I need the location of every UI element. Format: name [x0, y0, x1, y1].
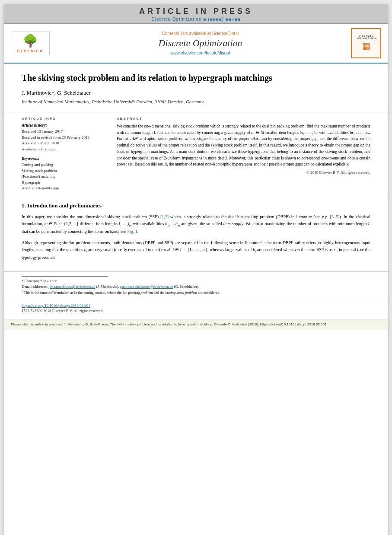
bottom-notice: Please cite this article in press as: J.… [4, 319, 388, 330]
keyword-2: Skiving stock problem [22, 168, 108, 174]
ref-link-1-2[interactable]: [1,2] [160, 214, 169, 219]
journal-logo-title: DISCRETEOPTIMIZATION [356, 35, 377, 40]
footnote-1: 1 This is the same differentiation as in… [22, 290, 370, 296]
article-title-section: The skiving stock problem and its relati… [4, 64, 388, 112]
article-history-label: Article history: [22, 123, 108, 127]
journal-title: Discrete Optimization [50, 38, 351, 49]
email1-name-text: (J. Martinovic), [96, 284, 119, 289]
aip-title: ARTICLE IN PRESS [4, 7, 388, 16]
article-authors: J. Martinovic*, G. Scheithauer [22, 89, 370, 96]
doi-link[interactable]: https://doi.org/10.1016/j.disopt.2018.03… [22, 303, 90, 308]
sciencedirect-link: Contents lists available at ScienceDirec… [50, 31, 351, 36]
copyright-line: © 2018 Elsevier B.V. All rights reserved… [117, 170, 370, 175]
keyword-5: Additive integrality gap [22, 185, 108, 191]
please-cite-text: Please cite this article in press as: J.… [11, 322, 328, 326]
email-prefix-text: E-mail addresses: [22, 284, 48, 289]
available-date: Available online xxxx [22, 146, 108, 153]
doi-rights: 1572-5286/© 2018 Elsevier B.V. All right… [22, 309, 370, 313]
journal-url: www.elsevier.com/locate/disopt [50, 51, 351, 55]
journal-logo-graphic-icon: ▦ [362, 41, 370, 51]
aip-banner: ARTICLE IN PRESS Discrete Optimization ■… [4, 4, 388, 24]
keyword-4: Hypergraph [22, 180, 108, 186]
article-info-label: ARTICLE INFO [22, 117, 108, 121]
journal-center: Contents lists available at ScienceDirec… [50, 31, 351, 55]
email-link-2[interactable]: guntram.scheithauer@tu-dresden.de [120, 284, 173, 289]
body-section: 1. Introduction and preliminaries In thi… [4, 196, 388, 270]
revised-date: Received in revised form 26 February 201… [22, 135, 108, 141]
received-date: Received 13 January 2017 [22, 129, 108, 135]
footnote-divider [22, 276, 108, 277]
contents-available-text: Contents lists available at [162, 31, 211, 36]
keywords-label: Keywords: [22, 156, 108, 161]
sciencedirect-brand: ScienceDirect [212, 31, 239, 36]
bottom-notice-text: Please cite this article in press as: J.… [11, 322, 381, 327]
elsevier-logo-box: 🌳 ELSEVIER [11, 32, 50, 55]
ref-link-3-5[interactable]: [3–5] [330, 214, 340, 219]
journal-logo-box: DISCRETEOPTIMIZATION ▦ [351, 28, 381, 58]
article-main-title: The skiving stock problem and its relati… [22, 72, 370, 83]
corresponding-label: * Corresponding author. [22, 279, 57, 283]
doi-section: https://doi.org/10.1016/j.disopt.2018.03… [4, 298, 388, 315]
two-column-section: ARTICLE INFO Article history: Received 1… [4, 112, 388, 196]
article-affiliation: Institute of Numerical Mathematics, Tech… [22, 99, 370, 104]
email-link-1[interactable]: john.martinovic@tu-dresden.de [48, 284, 95, 289]
abstract-label: ABSTRACT [117, 117, 370, 121]
email-footnote: E-mail addresses: john.martinovic@tu-dre… [22, 284, 370, 290]
body-paragraph-2: Although representing similar problem st… [22, 239, 370, 261]
elsevier-name: ELSEVIER [13, 49, 48, 53]
elsevier-logo: 🌳 ELSEVIER [11, 32, 50, 55]
keyword-3: (Fractional) matching [22, 174, 108, 180]
body-paragraph-1: In this paper, we consider the one-dimen… [22, 213, 370, 235]
abstract-text: We consider the one-dimensional skiving … [117, 123, 370, 168]
footnote-1-text: 1 This is the same differentiation as in… [22, 290, 220, 295]
elsevier-tree-icon: 🌳 [13, 34, 48, 48]
footnote-area: * Corresponding author. E-mail addresses… [4, 271, 388, 298]
article-info-column: ARTICLE INFO Article history: Received 1… [22, 117, 108, 191]
ref-link-fig1[interactable]: Fig. 1 [127, 229, 137, 234]
accepted-date: Accepted 5 March 2018 [22, 140, 108, 146]
keyword-1: Cutting and packing [22, 162, 108, 168]
aip-subtitle: Discrete Optimization ■ (■■■■) ■■–■■ [4, 17, 388, 22]
email2-name-text: (G. Scheithauer). [174, 284, 199, 289]
section1-heading: 1. Introduction and preliminaries [22, 202, 370, 209]
abstract-column: ABSTRACT We consider the one-dimensional… [117, 117, 370, 191]
journal-header: 🌳 ELSEVIER Contents lists available at S… [4, 24, 388, 64]
journal-logo-right: DISCRETEOPTIMIZATION ▦ [351, 28, 381, 58]
corresponding-author-note: * Corresponding author. [22, 278, 370, 284]
article-page: ARTICLE IN PRESS Discrete Optimization ■… [4, 4, 388, 535]
